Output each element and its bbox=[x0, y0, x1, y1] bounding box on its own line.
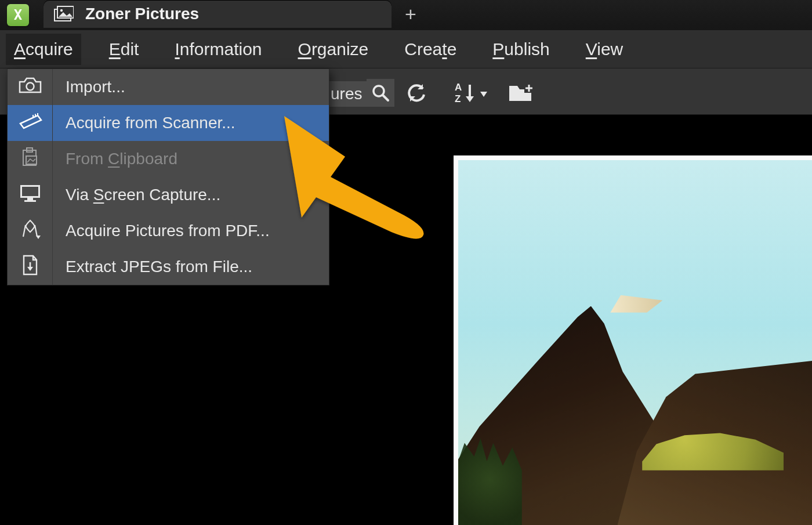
menu-item-from-clipboard: From Clipboard bbox=[8, 141, 329, 177]
app-short-label: X bbox=[14, 7, 22, 23]
tab-title: Zoner Pictures bbox=[85, 5, 199, 23]
clipboard-icon bbox=[20, 147, 41, 172]
menu-item-via-screen-capture[interactable]: Via Screen Capture... bbox=[8, 177, 329, 213]
menu-item-extract-jpegs[interactable]: Extract JPEGs from File... bbox=[8, 249, 329, 285]
scanner-icon bbox=[18, 112, 42, 135]
menu-item-import[interactable]: Import... bbox=[8, 69, 329, 105]
menu-view[interactable]: View bbox=[578, 34, 631, 65]
svg-text:A: A bbox=[455, 82, 462, 93]
app-root: X Zoner Pictures + Acquire Edit Informat… bbox=[0, 0, 812, 525]
menu-item-label: Acquire Pictures from PDF... bbox=[53, 222, 270, 240]
titlebar: X Zoner Pictures + bbox=[0, 0, 812, 30]
sort-button[interactable]: A Z bbox=[450, 79, 492, 107]
pictures-icon bbox=[54, 6, 74, 22]
pdf-icon bbox=[19, 218, 42, 244]
svg-rect-19 bbox=[22, 187, 38, 196]
svg-point-2 bbox=[60, 9, 63, 12]
active-tab[interactable]: Zoner Pictures bbox=[44, 0, 392, 28]
path-fragment[interactable]: ures bbox=[327, 81, 368, 107]
acquire-dropdown: Import... Acquire from Scanner... From C… bbox=[7, 68, 329, 285]
menu-acquire[interactable]: Acquire bbox=[6, 34, 81, 65]
excel-like-icon: X bbox=[7, 4, 29, 26]
menu-information[interactable]: Information bbox=[166, 34, 270, 65]
new-tab-button[interactable]: + bbox=[400, 5, 421, 26]
menu-item-acquire-from-pdf[interactable]: Acquire Pictures from PDF... bbox=[8, 213, 329, 249]
extract-icon bbox=[20, 254, 40, 280]
background-app-tab[interactable]: X bbox=[0, 0, 36, 30]
refresh-button[interactable] bbox=[403, 79, 430, 107]
menu-item-label: From Clipboard bbox=[53, 150, 177, 168]
search-button[interactable] bbox=[367, 79, 394, 107]
camera-icon bbox=[19, 76, 42, 99]
menu-item-label: Acquire from Scanner... bbox=[53, 114, 235, 132]
image-preview[interactable] bbox=[454, 155, 812, 525]
menubar: Acquire Edit Information Organize Create… bbox=[0, 30, 812, 68]
menu-edit[interactable]: Edit bbox=[101, 34, 147, 65]
menu-item-label: Import... bbox=[53, 78, 125, 96]
svg-point-11 bbox=[26, 82, 34, 90]
svg-text:Z: Z bbox=[455, 93, 461, 104]
svg-rect-21 bbox=[24, 200, 36, 202]
menu-publish[interactable]: Publish bbox=[484, 34, 557, 65]
menu-create[interactable]: Create bbox=[396, 34, 465, 65]
menu-organize[interactable]: Organize bbox=[290, 34, 377, 65]
menu-item-acquire-from-scanner[interactable]: Acquire from Scanner... bbox=[8, 105, 329, 141]
svg-rect-20 bbox=[27, 198, 33, 200]
new-folder-button[interactable] bbox=[507, 79, 535, 107]
svg-line-4 bbox=[383, 95, 388, 100]
menu-item-label: Extract JPEGs from File... bbox=[53, 258, 252, 276]
monitor-icon bbox=[19, 183, 42, 207]
menu-item-label: Via Screen Capture... bbox=[53, 186, 220, 204]
